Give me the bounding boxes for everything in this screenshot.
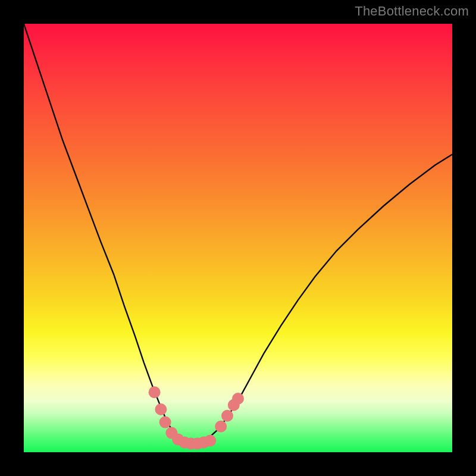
highlight-marker bbox=[204, 435, 216, 447]
highlight-marker bbox=[215, 421, 227, 433]
chart-frame: TheBottleneck.com bbox=[0, 0, 476, 476]
highlight-markers bbox=[149, 386, 244, 449]
highlight-marker bbox=[221, 410, 233, 422]
highlight-marker bbox=[232, 393, 244, 405]
highlight-marker bbox=[149, 386, 161, 398]
bottleneck-curve bbox=[24, 24, 452, 444]
highlight-marker bbox=[159, 416, 171, 428]
highlight-marker bbox=[155, 403, 167, 415]
watermark-text: TheBottleneck.com bbox=[355, 4, 469, 19]
chart-overlay bbox=[24, 24, 452, 452]
